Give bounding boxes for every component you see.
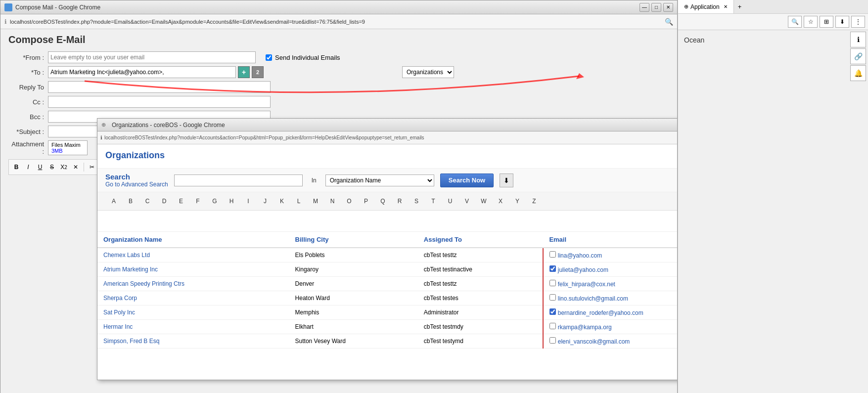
email-checkbox[interactable] [549,308,556,315]
link-icon-button[interactable]: 🔗 [850,48,866,64]
email-link[interactable]: julieta@yahoo.com [558,266,608,273]
org-name-cell: American Speedy Printing Ctrs [97,277,289,291]
alpha-q[interactable]: Q [374,195,391,207]
minimize-button[interactable]: — [640,3,649,12]
col-assigned-to[interactable]: Assigned To [418,232,544,248]
billing-city-cell: Kingaroy [289,262,418,277]
alpha-x[interactable]: X [492,195,509,207]
alpha-m[interactable]: M [307,195,324,207]
org-name-cell: Simpson, Fred B Esq [97,334,289,349]
info-icon-button[interactable]: ℹ [850,32,866,47]
alpha-n[interactable]: N [324,195,341,207]
alpha-l[interactable]: L [290,195,307,207]
email-checkbox[interactable] [549,323,556,329]
star-button[interactable]: ☆ [804,16,818,28]
org-name-link[interactable]: Sat Poly Inc [103,309,135,316]
reply-to-input[interactable] [48,81,271,93]
alpha-i[interactable]: I [240,195,257,207]
alpha-v[interactable]: V [458,195,475,207]
alpha-t[interactable]: T [425,195,442,207]
alpha-g[interactable]: G [206,195,223,207]
alpha-b[interactable]: B [122,195,139,207]
email-checkbox[interactable] [549,251,556,258]
org-name-link[interactable]: Sherpa Corp [103,295,137,302]
export-icon[interactable]: ⬇ [500,174,513,187]
org-name-link[interactable]: Hermar Inc [103,323,133,330]
alpha-y[interactable]: Y [509,195,526,207]
col-org-name[interactable]: Organization Name [97,232,289,248]
alpha-p[interactable]: P [358,195,374,207]
alpha-f[interactable]: F [189,195,206,207]
email-checkbox[interactable] [549,337,556,344]
browser-title: Compose Mail - Google Chrome [15,4,640,11]
ocean-text: Ocean [684,36,704,44]
zoom-button[interactable]: 🔍 [788,16,802,28]
email-checkbox[interactable] [549,265,556,272]
email-link[interactable]: lino.sutulovich@gmail.com [558,295,628,302]
new-tab-button[interactable]: + [734,0,746,13]
italic-button[interactable]: I [23,162,34,173]
underline-button[interactable]: U [35,162,46,173]
alpha-h[interactable]: H [223,195,240,207]
col-email[interactable]: Email [543,232,677,248]
in-select[interactable]: Organization Name [325,175,434,186]
alpha-k[interactable]: K [274,195,290,207]
advanced-search-link[interactable]: Go to Advanced Search [105,181,168,188]
from-input[interactable] [48,51,256,63]
bell-icon-button[interactable]: 🔔 [850,65,866,81]
org-name-link[interactable]: American Speedy Printing Ctrs [103,280,184,287]
files-box: Files Maxim 3MB [48,140,88,155]
close-format-button[interactable]: ✕ [70,162,81,173]
email-checkbox[interactable] [549,294,556,301]
application-tab-close[interactable]: ✕ [724,4,728,9]
email-link[interactable]: rkampa@kampa.org [558,324,612,331]
org-name-link[interactable]: Simpson, Fred B Esq [103,338,159,345]
from-row: *From : Send Individual Emails [8,51,669,63]
alpha-c[interactable]: C [139,195,156,207]
popup-url-text[interactable]: localhost/coreBOSTest/index.php?module=A… [104,135,424,140]
cast-button[interactable]: ⊞ [820,16,833,28]
add-to-button[interactable]: + [238,66,250,78]
browser-titlebar: Compose Mail - Google Chrome — □ ✕ [0,0,677,14]
alpha-j[interactable]: J [257,195,274,207]
alpha-s[interactable]: S [408,195,425,207]
organizations-select[interactable]: Organizations [402,66,454,78]
bold-button[interactable]: B [11,162,22,173]
org-name-link[interactable]: Atrium Marketing Inc [103,266,158,273]
alpha-r[interactable]: R [391,195,408,207]
email-link[interactable]: felix_hirpara@cox.net [558,281,615,288]
email-link[interactable]: lina@yahoo.com [558,252,602,259]
compose-page: Compose E-Mail *From : Send Individual E… [0,29,677,393]
url-text[interactable]: localhost/coreBOSTest/index.php?module=E… [10,19,365,25]
alpha-z[interactable]: Z [526,195,543,207]
alpha-a[interactable]: A [105,195,122,207]
save-button-right[interactable]: ⬇ [835,16,849,28]
alpha-d[interactable]: D [156,195,173,207]
close-button[interactable]: ✕ [663,3,673,12]
maximize-button[interactable]: □ [651,3,661,12]
col-billing-city[interactable]: Billing City [289,232,418,248]
more-button[interactable]: ⋮ [851,16,865,28]
cc-input[interactable] [48,96,271,108]
application-tab[interactable]: ⊕ Application ✕ [678,0,734,13]
alpha-o[interactable]: O [341,195,358,207]
alpha-u[interactable]: U [442,195,458,207]
email-link[interactable]: bernardine_rodefer@yahoo.com [558,309,643,316]
cut-button[interactable]: ✂ [87,162,97,173]
send-individual-checkbox[interactable] [266,54,272,61]
search-input[interactable] [174,175,303,186]
strikethrough-button[interactable]: S [46,162,57,173]
email-link[interactable]: eleni_vanscoik@gmail.com [558,338,630,345]
assigned-to-cell: cbTest testymd [418,334,544,349]
to-input[interactable] [48,66,236,78]
alpha-e[interactable]: E [173,195,189,207]
email-checkbox[interactable] [549,280,556,286]
search-now-button[interactable]: Search Now [440,174,494,187]
alpha-w[interactable]: W [475,195,492,207]
toolbar-separator-1 [84,163,84,172]
org-name-link[interactable]: Chemex Labs Ltd [103,252,150,259]
organizations-table-container[interactable]: Organization Name Billing City Assigned … [97,232,677,380]
right-panel-content: Ocean [678,30,868,50]
to-count-button[interactable]: 2 [252,66,264,78]
subscript-button[interactable]: X2 [58,162,69,173]
